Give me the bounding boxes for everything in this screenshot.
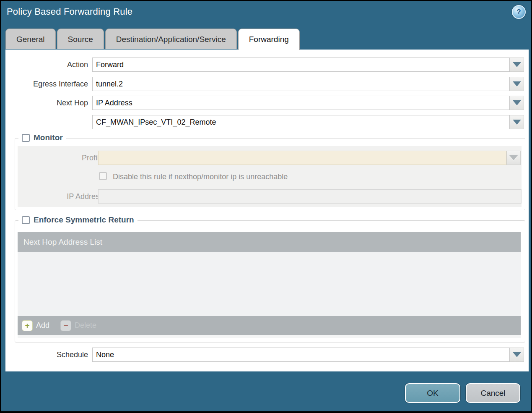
symmetric-return-section: Enforce Symmetric Return Next Hop Addres… — [15, 220, 525, 342]
chevron-down-icon — [513, 100, 521, 105]
disable-rule-label: Disable this rule if nexthop/monitor ip … — [113, 173, 288, 181]
monitor-section-title: Monitor — [34, 133, 63, 142]
plus-icon: + — [22, 320, 33, 331]
table-bottom-strip — [18, 335, 521, 338]
profile-dropdown-button — [506, 151, 521, 165]
next-hop-address-field[interactable] — [92, 115, 510, 129]
chevron-down-icon — [513, 120, 521, 125]
next-hop-address-list-body[interactable] — [18, 252, 521, 316]
delete-button-label: Delete — [75, 321, 96, 330]
pbf-rule-dialog: Policy Based Forwarding Rule ? General S… — [1, 1, 531, 411]
monitor-legend: Monitor — [18, 133, 66, 142]
symmetric-return-legend: Enforce Symmetric Return — [18, 215, 138, 225]
tab-forwarding[interactable]: Forwarding — [238, 29, 300, 50]
next-hop-label: Next Hop — [5, 96, 88, 110]
egress-interface-dropdown-button[interactable] — [510, 77, 524, 91]
monitor-section: Monitor Profile Disable this rule if nex… — [15, 138, 525, 210]
add-button[interactable]: + Add — [22, 320, 49, 331]
schedule-label: Schedule — [5, 348, 88, 362]
next-hop-address-list-toolbar: + Add − Delete — [18, 316, 521, 335]
next-hop-address-list-header: Next Hop Address List — [18, 232, 521, 252]
next-hop-type-field[interactable] — [92, 96, 510, 110]
tab-bar: General Source Destination/Application/S… — [5, 29, 300, 50]
forwarding-tab-panel: Action Egress Interface Next Hop Monitor — [5, 50, 529, 371]
action-field[interactable] — [92, 58, 510, 72]
cancel-button[interactable]: Cancel — [466, 383, 520, 403]
add-button-label: Add — [36, 321, 49, 330]
schedule-dropdown-button[interactable] — [510, 348, 524, 362]
minus-icon: − — [60, 320, 71, 331]
schedule-field[interactable] — [92, 348, 510, 362]
delete-button: − Delete — [60, 320, 96, 331]
monitor-checkbox[interactable] — [22, 134, 30, 142]
action-label: Action — [5, 58, 88, 72]
egress-interface-field[interactable] — [92, 77, 510, 91]
help-icon[interactable]: ? — [512, 5, 526, 19]
next-hop-dropdown-button[interactable] — [510, 96, 524, 110]
tab-destination-application-service[interactable]: Destination/Application/Service — [105, 29, 237, 49]
disable-rule-checkbox — [99, 172, 107, 180]
enforce-symmetric-return-checkbox[interactable] — [22, 216, 30, 224]
next-hop-address-dropdown-button[interactable] — [510, 115, 524, 129]
ok-button[interactable]: OK — [405, 383, 460, 403]
action-dropdown-button[interactable] — [510, 58, 524, 72]
chevron-down-icon — [513, 352, 521, 357]
symmetric-return-section-title: Enforce Symmetric Return — [34, 215, 134, 225]
chevron-down-icon — [513, 62, 521, 67]
monitor-ip-address-field — [98, 189, 522, 204]
profile-label: Profile — [15, 151, 103, 165]
chevron-down-icon — [509, 155, 518, 160]
tab-source[interactable]: Source — [57, 29, 104, 49]
dialog-title: Policy Based Forwarding Rule — [7, 6, 132, 17]
egress-interface-label: Egress Interface — [5, 77, 88, 91]
next-hop-address-table: Next Hop Address List + Add − Delete — [18, 232, 521, 338]
tab-general[interactable]: General — [5, 29, 56, 49]
monitor-ip-address-label: IP Address — [15, 189, 103, 204]
help-question-glyph: ? — [516, 8, 521, 16]
profile-field — [98, 151, 506, 165]
chevron-down-icon — [513, 81, 521, 86]
